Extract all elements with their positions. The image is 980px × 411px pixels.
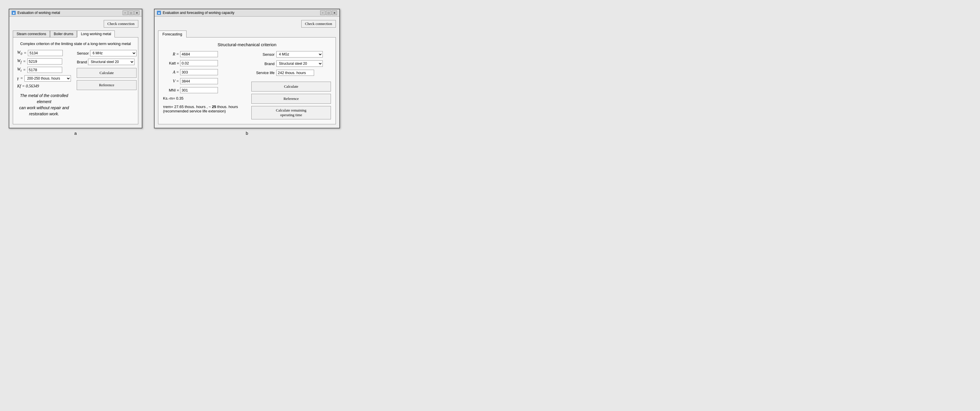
form-grid-a: W0 = Wf = Wt [17,50,134,117]
right-col-a: Sensor 6 MHz Brand Structural steel 20 [77,50,136,117]
col-left-b: R = Katt = A = [163,51,243,119]
caption-a: a [9,131,142,136]
field-row-wf: Wf = [17,59,71,65]
window-controls-b: − □ ✕ [320,11,337,15]
col-right-b: Sensor 4 MGz Brand [251,51,331,119]
field-row-kf: Kf = 0.56349 [17,84,71,89]
window-body-a: Check connection Steam connections Boile… [9,17,142,128]
field-row-gamma: γ = 200-250 thous. hours [17,75,71,82]
window-controls-a: − □ ✕ [123,11,140,15]
A-input[interactable] [180,69,218,75]
wf-input[interactable] [27,59,62,65]
tab-steam-connections[interactable]: Steam connections [13,30,50,37]
left-col-a: W0 = Wf = Wt [17,50,71,117]
check-connection-btn-b[interactable]: Check connection [301,20,336,28]
brand-label-b: Brand [251,62,275,66]
wf-equals: = [23,59,25,64]
check-connection-row-b: Check connection [158,20,336,28]
check-connection-row-a: Check connection [13,20,138,28]
tau-bold: 25 [212,105,216,109]
ksm-label: Ks.-m= 0.35 [163,96,243,100]
maximize-btn-a[interactable]: □ [129,11,134,15]
field-row-brand-b: Brand Structural steel 20 [251,60,331,67]
window-a: ■ Evaluation of working metal − □ ✕ Chec… [9,9,142,136]
MNI-input[interactable] [180,87,218,93]
window-title-b: Evaluation and forecasting of working ca… [163,11,318,15]
check-connection-btn-a[interactable]: Check connection [104,20,138,28]
minimize-btn-a[interactable]: − [123,11,128,15]
R-input[interactable] [180,51,218,57]
window-body-b: Check connection Forecasting Structural-… [154,17,339,128]
brand-label-a: Brand [77,60,87,64]
result-text-a: The metal of the controlled element can … [17,93,71,117]
calculate-btn-a[interactable]: Calculate [77,68,136,78]
field-row-V: V = [163,78,243,84]
field-row-service-life: Service life [251,70,331,76]
sensor-dropdown-b[interactable]: 4 MGz [276,51,323,57]
right-fields-b: Sensor 4 MGz Brand [251,51,331,76]
forecasting-tab-label[interactable]: Forecasting [158,30,186,38]
forecasting-tab-body: Structural-mechanical criterion R = Katt… [158,37,336,124]
brand-dropdown-b[interactable]: Structural steel 20 [276,60,323,67]
w0-input[interactable] [28,50,63,56]
wf-label: Wf [17,59,22,64]
window-b: ■ Evaluation and forecasting of working … [154,9,340,136]
wt-label: Wt [17,67,22,73]
Katt-label: Katt = [163,61,179,65]
close-btn-b[interactable]: ✕ [332,11,337,15]
tau-text: τrem= 27.65 thous. hours , ~ [163,105,211,109]
reference-btn-a[interactable]: Reference [77,80,136,90]
reference-btn-b[interactable]: Reference [251,94,331,104]
window-a-frame: ■ Evaluation of working metal − □ ✕ Chec… [9,9,142,129]
wt-input[interactable] [27,67,62,73]
Katt-input[interactable] [180,60,218,66]
field-row-sensor-b: Sensor 4 MGz [251,51,331,57]
V-label: V = [163,79,179,84]
forecasting-tab-container: Forecasting Structural-mechanical criter… [158,30,336,124]
gamma-label: γ [17,76,19,81]
sensor-label-a: Sensor [77,51,89,56]
kf-label: Kf = 0.56349 [17,84,39,89]
field-row-R: R = [163,51,243,57]
gamma-dropdown[interactable]: 200-250 thous. hours [24,75,71,82]
close-btn-a[interactable]: ✕ [134,11,140,15]
caption-b: b [154,131,340,136]
maximize-btn-b[interactable]: □ [326,11,331,15]
service-life-input[interactable] [276,70,314,76]
calc-remaining-btn[interactable]: Calculate remaining operating time [251,106,331,119]
window-icon-b: ■ [157,11,161,15]
field-row-sensor-a: Sensor 6 MHz [77,50,136,56]
btn-row-a: Calculate Reference [77,68,136,90]
minimize-btn-b[interactable]: − [320,11,325,15]
field-row-wt: Wt = [17,67,71,73]
tabs-a: Steam connections Boiler drums Long work… [13,30,138,37]
wt-equals: = [23,68,25,72]
two-col-form-b: R = Katt = A = [163,51,331,119]
tab-long-working-metal[interactable]: Long working metal [77,30,115,38]
sensor-dropdown-a[interactable]: 6 MHz [90,50,137,56]
R-label: R = [163,52,179,57]
window-icon-a: ■ [12,11,16,15]
window-b-frame: ■ Evaluation and forecasting of working … [154,9,340,129]
tab-boiler-drums[interactable]: Boiler drums [50,30,77,37]
field-row-Katt: Katt = [163,60,243,66]
field-row-w0: W0 = [17,50,71,56]
MNI-label: MNI = [163,88,179,92]
right-btn-col-b: Calculate Reference Calculate remaining … [251,82,331,119]
field-row-A: A = [163,69,243,75]
windows-container: ■ Evaluation of working metal − □ ✕ Chec… [9,9,340,136]
title-bar-b: ■ Evaluation and forecasting of working … [154,9,339,17]
field-row-MNI: MNI = [163,87,243,93]
brand-dropdown-a[interactable]: Structural steel 20 [88,59,135,65]
field-row-brand-a: Brand Structural steel 20 [77,59,136,65]
gamma-equals: = [21,76,23,81]
tau-rem-label: τrem= 27.65 thous. hours , ~ 25 thous. h… [163,105,243,113]
sensor-label-b: Sensor [251,52,275,57]
w0-equals: = [24,51,26,56]
title-bar-a: ■ Evaluation of working metal − □ ✕ [9,9,142,17]
service-life-label: Service life [251,71,275,75]
calculate-btn-b[interactable]: Calculate [251,82,331,92]
window-title-a: Evaluation of working metal [18,11,121,15]
V-input[interactable] [180,78,218,84]
panel-title-a: Complex criterion of the limiting state … [17,41,134,46]
